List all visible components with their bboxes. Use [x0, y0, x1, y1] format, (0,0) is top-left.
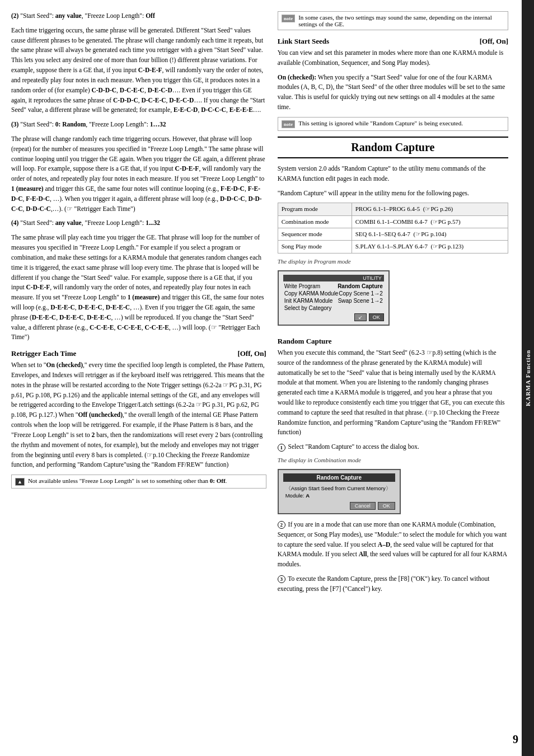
section3-heading: (3) "Start Seed": 0: Random, "Freeze Loo…	[11, 120, 266, 130]
step2: 2 If you are in a mode that can use more…	[278, 520, 508, 570]
dialog-title: Random Capture	[283, 473, 395, 482]
left-column: (2) "Start Seed": any value, "Freeze Loo…	[11, 11, 266, 745]
two-col-layout: (2) "Start Seed": any value, "Freeze Loo…	[11, 11, 508, 745]
note2-box: note This setting is ignored while "Rand…	[278, 117, 508, 131]
caution-note-box: ▲ Not available unless "Freeze Loop Leng…	[11, 475, 266, 489]
section4-heading: (4) "Start Seed": any value, "Freeze Loo…	[11, 218, 266, 228]
note2-text: This setting is ignored while "Random Ca…	[298, 120, 463, 126]
mode-cell: Program mode	[278, 203, 352, 215]
random-capture-body: When you execute this command, the "Star…	[278, 348, 508, 438]
section4-body: The same phrase will play each time you …	[11, 233, 266, 342]
menu-row-init: Init KARMA ModuleSwap Scene 1→2	[283, 297, 384, 304]
retrigger-body: When set to "On (checked)," every time t…	[11, 360, 266, 470]
menu-row-copy: Copy KARMA ModuleCopy Scene 1→2	[283, 290, 384, 297]
display-ok-btn: OK	[369, 313, 384, 321]
sidebar-tab: KARMA Function	[522, 0, 534, 756]
menu-row-write: Write ProgramRandom Capture	[283, 283, 384, 290]
ok-row: ↙ OK	[283, 313, 384, 321]
retrigger-heading-row: Retrigger Each Time [Off, On]	[11, 349, 266, 358]
page-number: 9	[513, 733, 518, 746]
random-capture-table: Program modePROG 6.1-1–PROG 6.4-5 (☞PG p…	[278, 203, 508, 253]
dialog-content: 〈Assign Start Seed from Current Memory〉 …	[283, 484, 395, 500]
mode-cell: Sequencer mode	[278, 228, 352, 241]
note1-label: note	[282, 15, 296, 22]
retrigger-title: Retrigger Each Time	[11, 349, 76, 358]
table-row: Combination modeCOMBI 6.1-1–COMBI 6.4-7 …	[278, 215, 508, 228]
link-start-seeds-body1: You can view and set this parameter in m…	[278, 48, 508, 68]
link-start-seeds-title: Link Start Seeds	[278, 37, 329, 46]
display-cancel-btn: ↙	[354, 313, 367, 321]
random-capture-sub-heading: Random Capture	[278, 337, 508, 346]
program-mode-display: UTILITY Write ProgramRandom Capture Copy…	[278, 270, 390, 326]
sidebar-tab-label: KARMA Function	[524, 350, 531, 406]
value-cell: COMBI 6.1-1–COMBI 6.4-7 (☞PG p.57)	[352, 215, 508, 228]
value-cell: PROG 6.1-1–PROG 6.4-5 (☞PG p.26)	[352, 203, 508, 215]
mode-cell: Song Play mode	[278, 241, 352, 253]
link-start-seeds-bracket: [Off, On]	[480, 37, 508, 46]
random-capture-intro1: System version 2.0 adds "Random Capture"…	[278, 164, 508, 184]
menu-row-select: Select by Category	[283, 304, 384, 312]
dialog-ok-btn[interactable]: OK	[378, 502, 395, 510]
link-start-seeds-body2: On (checked): When you specify a "Start …	[278, 73, 508, 112]
section3-body: The phrase will change randomly each tim…	[11, 134, 266, 214]
step3: 3 To execute the Random Capture, press t…	[278, 574, 508, 594]
page: (2) "Start Seed": any value, "Freeze Loo…	[0, 0, 534, 756]
link-start-seeds-heading-row: Link Start Seeds [Off, On]	[278, 37, 508, 46]
content-area: (2) "Start Seed": any value, "Freeze Loo…	[0, 0, 522, 756]
random-capture-main-heading: Random Capture	[278, 137, 508, 158]
note1-box: note In some cases, the two settings may…	[278, 11, 508, 30]
dialog-cancel-btn[interactable]: Cancel	[350, 502, 376, 510]
section2-body: Each time triggering occurs, the same ph…	[11, 26, 266, 115]
section2-heading: (2) "Start Seed": any value, "Freeze Loo…	[11, 11, 266, 21]
caution-label: ▲	[15, 478, 25, 486]
note1-text: In some cases, the two settings may soun…	[298, 14, 504, 27]
caution-text: Not available unless "Freeze Loop Length…	[28, 477, 227, 484]
table-row: Sequencer modeSEQ 6.1-1–SEQ 6.4-7 (☞PG p…	[278, 228, 508, 241]
display-label: The display in Program mode	[278, 258, 508, 265]
table-row: Program modePROG 6.1-1–PROG 6.4-5 (☞PG p…	[278, 203, 508, 215]
value-cell: S.PLAY 6.1-1–S.PLAY 6.4-7 (☞PG p.123)	[352, 241, 508, 253]
value-cell: SEQ 6.1-1–SEQ 6.4-7 (☞PG p.104)	[352, 228, 508, 241]
combination-mode-dialog: Random Capture 〈Assign Start Seed from C…	[278, 469, 401, 514]
note2-label: note	[282, 120, 296, 128]
dialog-label: The display in Combination mode	[278, 457, 508, 463]
retrigger-bracket: [Off, On]	[237, 349, 266, 358]
step1: 1 Select "Random Capture" to access the …	[278, 442, 508, 452]
dialog-buttons: Cancel OK	[283, 502, 395, 510]
utility-bar: UTILITY	[283, 275, 384, 281]
mode-cell: Combination mode	[278, 215, 352, 228]
table-row: Song Play modeS.PLAY 6.1-1–S.PLAY 6.4-7 …	[278, 241, 508, 253]
random-capture-intro2: "Random Capture" will appear in the util…	[278, 189, 508, 199]
right-column: note In some cases, the two settings may…	[278, 11, 508, 745]
